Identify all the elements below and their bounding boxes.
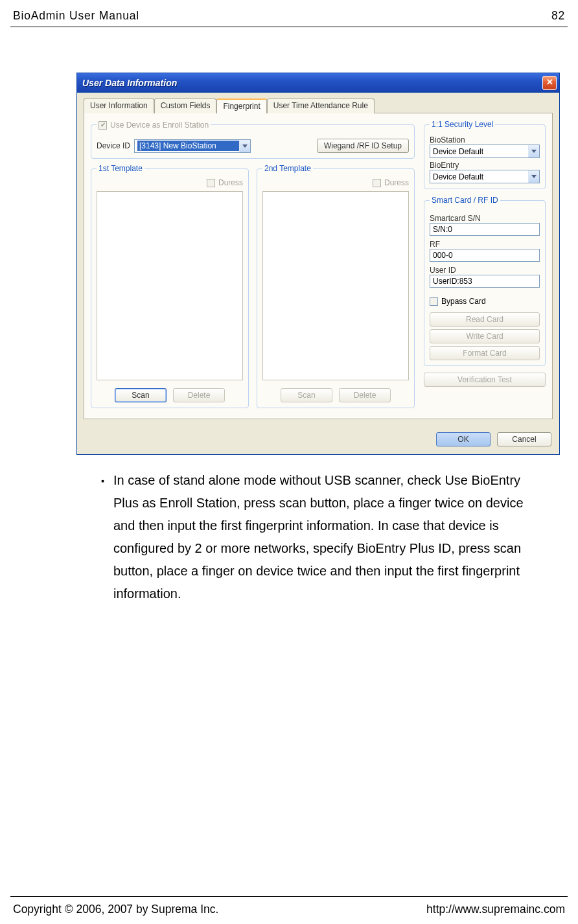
format-card-button: Format Card bbox=[430, 346, 540, 360]
userid-field[interactable]: UserID:853 bbox=[430, 275, 540, 288]
ok-button[interactable]: OK bbox=[436, 432, 491, 446]
second-template-legend: 2nd Template bbox=[262, 164, 313, 173]
bypass-card-label: Bypass Card bbox=[441, 297, 486, 306]
first-template-scan-button[interactable]: Scan bbox=[115, 388, 167, 402]
read-card-button: Read Card bbox=[430, 312, 540, 327]
tab-page-fingerprint: ✔ Use Device as Enroll Station Device ID… bbox=[84, 113, 553, 419]
chevron-down-icon bbox=[528, 145, 539, 157]
use-device-enroll-checkbox[interactable]: ✔ Use Device as Enroll Station bbox=[98, 121, 209, 130]
copyright-text: Copyright © 2006, 2007 by Suprema Inc. bbox=[13, 903, 218, 916]
checkbox-icon bbox=[373, 179, 381, 187]
second-template-delete-button: Delete bbox=[339, 388, 391, 402]
device-id-combo[interactable]: [3143] New BioStation bbox=[134, 139, 251, 153]
manual-title: BioAdmin User Manual bbox=[13, 9, 139, 23]
page-number: 82 bbox=[551, 9, 565, 23]
dialog-footer: OK Cancel bbox=[77, 426, 559, 454]
second-template-duress-label: Duress bbox=[384, 178, 409, 187]
page-footer: Copyright © 2006, 2007 by Suprema Inc. h… bbox=[10, 900, 568, 916]
tab-fingerprint[interactable]: Fingerprint bbox=[216, 98, 266, 113]
bioentry-security-value: Device Default bbox=[433, 172, 528, 181]
userid-label: User ID bbox=[430, 266, 540, 275]
device-id-label: Device ID bbox=[97, 141, 130, 150]
first-template-legend: 1st Template bbox=[97, 164, 144, 173]
first-template-delete-button: Delete bbox=[173, 388, 225, 402]
second-template-preview bbox=[262, 191, 409, 380]
bypass-card-checkbox[interactable]: Bypass Card bbox=[430, 297, 540, 306]
enroll-station-legend: ✔ Use Device as Enroll Station bbox=[97, 120, 211, 130]
bioentry-label: BioEntry bbox=[430, 161, 540, 170]
close-icon[interactable]: ✕ bbox=[542, 76, 557, 90]
biostation-security-value: Device Default bbox=[433, 147, 528, 156]
page-header: BioAdmin User Manual 82 bbox=[10, 0, 568, 25]
rf-field[interactable]: 000-0 bbox=[430, 249, 540, 262]
dialog-tabs: User Information Custom Fields Fingerpri… bbox=[84, 98, 553, 113]
verification-test-button: Verification Test bbox=[424, 373, 546, 387]
tab-user-information[interactable]: User Information bbox=[84, 98, 154, 113]
wiegand-rfid-setup-button[interactable]: Wiegand /RF ID Setup bbox=[317, 139, 409, 153]
second-template-scan-button: Scan bbox=[281, 388, 332, 402]
tab-time-attendance[interactable]: User Time Attendance Rule bbox=[267, 98, 375, 113]
user-data-dialog: User Data Information ✕ User Information… bbox=[76, 73, 560, 455]
bullet-icon: ▪ bbox=[101, 469, 104, 605]
cancel-button[interactable]: Cancel bbox=[497, 432, 551, 446]
security-level-legend: 1:1 Security Level bbox=[430, 120, 495, 129]
first-template-duress-label: Duress bbox=[218, 178, 243, 187]
instruction-bullet: ▪ In case of stand alone mode without US… bbox=[101, 469, 548, 605]
chevron-down-icon bbox=[528, 170, 539, 183]
bioentry-security-combo[interactable]: Device Default bbox=[430, 170, 540, 183]
second-template-duress-checkbox[interactable]: Duress bbox=[373, 178, 409, 187]
instruction-text: In case of stand alone mode without USB … bbox=[113, 469, 548, 605]
checkbox-icon: ✔ bbox=[98, 121, 107, 130]
rf-label: RF bbox=[430, 240, 540, 249]
chevron-down-icon bbox=[239, 140, 250, 152]
tab-custom-fields[interactable]: Custom Fields bbox=[154, 98, 217, 113]
header-rule bbox=[10, 27, 568, 27]
first-template-preview bbox=[97, 191, 243, 380]
first-template-group: 1st Template Duress Scan bbox=[91, 164, 249, 408]
biostation-security-combo[interactable]: Device Default bbox=[430, 144, 540, 158]
smartcard-legend: Smart Card / RF ID bbox=[430, 196, 500, 205]
checkbox-icon bbox=[430, 297, 438, 306]
smartcard-sn-field[interactable]: S/N:0 bbox=[430, 223, 540, 236]
use-device-enroll-label: Use Device as Enroll Station bbox=[110, 121, 209, 130]
second-template-group: 2nd Template Duress Scan bbox=[257, 164, 415, 408]
smartcard-group: Smart Card / RF ID Smartcard S/N S/N:0 R… bbox=[424, 196, 546, 366]
footer-url: http://www.supremainc.com bbox=[426, 903, 565, 916]
checkbox-icon bbox=[207, 179, 215, 187]
dialog-title-bar[interactable]: User Data Information ✕ bbox=[77, 73, 559, 93]
dialog-title: User Data Information bbox=[82, 78, 542, 88]
footer-rule bbox=[10, 896, 568, 897]
first-template-duress-checkbox[interactable]: Duress bbox=[207, 178, 243, 187]
smartcard-sn-label: Smartcard S/N bbox=[430, 214, 540, 223]
write-card-button: Write Card bbox=[430, 329, 540, 343]
enroll-station-group: ✔ Use Device as Enroll Station Device ID… bbox=[91, 120, 415, 159]
device-id-combo-value: [3143] New BioStation bbox=[137, 141, 239, 151]
security-level-group: 1:1 Security Level BioStation Device Def… bbox=[424, 120, 546, 189]
biostation-label: BioStation bbox=[430, 135, 540, 144]
